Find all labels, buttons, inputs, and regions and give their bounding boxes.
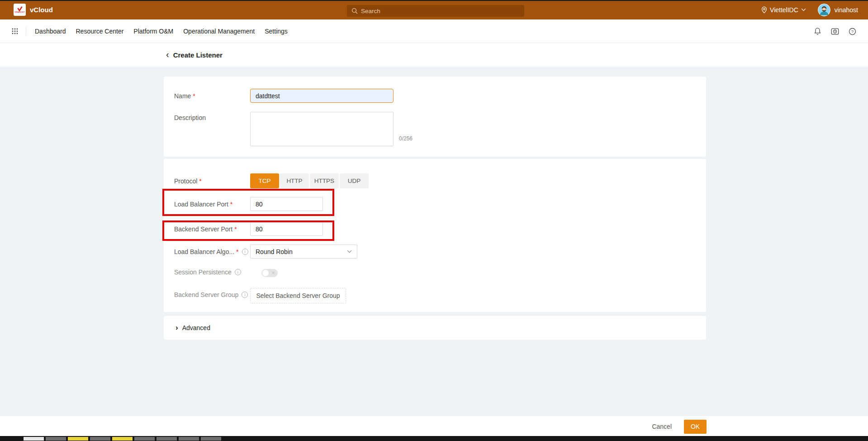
taskbar-item[interactable] — [24, 437, 44, 441]
window-top-edge — [0, 0, 868, 1]
taskbar-item[interactable] — [112, 437, 133, 441]
info-icon[interactable]: i — [242, 292, 248, 298]
global-search[interactable] — [347, 5, 524, 17]
user-avatar[interactable] — [818, 4, 830, 16]
listener-settings-card: Protocol* TCP HTTP HTTPS UDP Load Balanc… — [164, 159, 706, 312]
select-backend-group-button[interactable]: Select Backend Server Group — [250, 288, 346, 303]
char-counter: 0/256 — [399, 135, 413, 142]
algorithm-value: Round Robin — [256, 248, 293, 255]
topbar: VINAHOST vCloud ViettelIDC — [0, 0, 868, 19]
description-label: Description — [174, 113, 206, 122]
footer-buttons: Cancel OK — [652, 416, 707, 437]
main-navbar: Dashboard Resource Center Platform O&M O… — [0, 19, 868, 43]
nav-item-resource-center[interactable]: Resource Center — [76, 28, 124, 35]
advanced-label: Advanced — [182, 324, 210, 331]
chevron-down-icon — [801, 8, 806, 11]
page-header-row: ‹ Create Listener — [0, 43, 868, 67]
taskbar-strip — [0, 436, 868, 441]
chevron-right-icon: › — [175, 324, 178, 332]
brand-name: vCloud — [30, 0, 53, 19]
taskbar-item[interactable] — [179, 437, 199, 441]
ok-button[interactable]: OK — [684, 420, 707, 434]
lb-port-input[interactable] — [250, 197, 323, 211]
toggle-knob — [262, 270, 269, 276]
search-input[interactable] — [361, 8, 520, 14]
protocol-button-group: TCP HTTP HTTPS UDP — [250, 173, 369, 188]
required-asterisk: * — [230, 201, 232, 208]
cancel-button[interactable]: Cancel — [652, 423, 672, 430]
protocol-option-http[interactable]: HTTP — [280, 173, 309, 188]
taskbar-item[interactable] — [90, 437, 110, 441]
protocol-option-tcp[interactable]: TCP — [250, 173, 279, 188]
name-label: Name* — [174, 89, 195, 103]
info-icon[interactable]: i — [235, 269, 241, 275]
location-pin-icon — [761, 6, 767, 14]
protocol-option-https[interactable]: HTTPS — [310, 173, 339, 188]
nav-item-operational-management[interactable]: Operational Management — [183, 28, 255, 35]
content-area: Name* Description 0/256 Protocol* TCP HT… — [0, 67, 868, 416]
required-asterisk: * — [236, 248, 238, 255]
taskbar-item[interactable] — [134, 437, 155, 441]
name-input[interactable] — [250, 89, 394, 103]
region-label: ViettelIDC — [770, 6, 798, 14]
nav-separator — [26, 27, 26, 36]
help-icon[interactable]: ? — [849, 28, 856, 35]
session-persistence-toggle[interactable]: ✕ — [261, 269, 278, 277]
action-footer: Cancel OK — [0, 416, 868, 436]
back-chevron-icon[interactable]: ‹ — [166, 50, 169, 60]
nav-menu: Dashboard Resource Center Platform O&M O… — [35, 19, 288, 43]
taskbar-item[interactable] — [46, 437, 66, 441]
app-grid-icon[interactable] — [12, 28, 18, 34]
nav-item-platform-om[interactable]: Platform O&M — [133, 28, 173, 35]
app-window: VINAHOST vCloud ViettelIDC — [0, 0, 868, 441]
svg-text:?: ? — [851, 29, 854, 34]
operation-history-icon[interactable] — [831, 28, 839, 35]
topbar-right: ViettelIDC vinahost — [761, 0, 858, 19]
description-textarea[interactable] — [250, 112, 394, 146]
taskbar-item[interactable] — [201, 437, 221, 441]
breadcrumb: ‹ Create Listener — [166, 43, 223, 67]
protocol-option-udp[interactable]: UDP — [340, 173, 369, 188]
toggle-off-icon: ✕ — [271, 270, 275, 276]
required-asterisk: * — [193, 92, 195, 100]
required-asterisk: * — [199, 177, 201, 185]
backend-port-label: Backend Server Port* — [174, 222, 237, 236]
avatar-illustration — [818, 4, 830, 16]
info-icon[interactable]: i — [242, 249, 248, 255]
username-label[interactable]: vinahost — [835, 6, 858, 14]
region-selector[interactable]: ViettelIDC — [761, 6, 806, 14]
session-persistence-label: Session Persistence i — [174, 268, 241, 277]
nav-item-dashboard[interactable]: Dashboard — [35, 28, 66, 35]
protocol-label: Protocol* — [174, 173, 202, 188]
search-icon — [351, 8, 358, 14]
notification-bell-icon[interactable] — [814, 27, 821, 35]
algorithm-label: Load Balancer Algo...* i — [174, 244, 248, 259]
algorithm-select[interactable]: Round Robin — [250, 244, 357, 259]
taskbar-item[interactable] — [68, 437, 88, 441]
page-title: Create Listener — [173, 51, 223, 59]
taskbar-item[interactable] — [157, 437, 177, 441]
brand-logo[interactable]: VINAHOST — [14, 4, 26, 16]
logo-caption: VINAHOST — [14, 11, 24, 13]
taskbar-segments — [24, 437, 221, 441]
advanced-section[interactable]: › Advanced — [164, 316, 706, 340]
lb-port-label: Load Balancer Port* — [174, 197, 232, 211]
nav-icon-group: ? — [814, 19, 856, 43]
backend-group-label: Backend Server Group i — [174, 287, 248, 302]
chevron-down-icon — [347, 250, 352, 253]
backend-port-input[interactable] — [250, 222, 323, 236]
nav-item-settings[interactable]: Settings — [265, 28, 288, 35]
required-asterisk: * — [234, 225, 237, 233]
basic-info-card: Name* Description 0/256 — [164, 77, 706, 157]
